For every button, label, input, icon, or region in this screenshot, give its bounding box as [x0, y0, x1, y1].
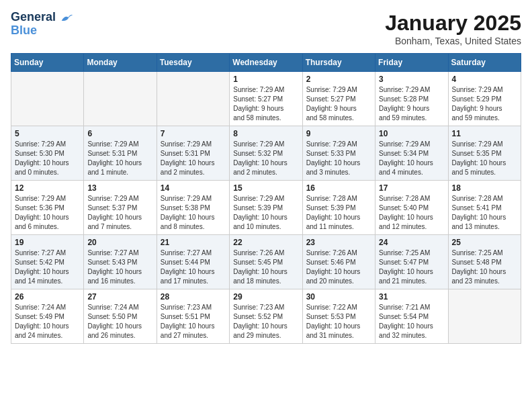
page-header: General Blue January 2025 Bonham, Texas,… — [11, 11, 521, 46]
calendar-cell: 9Sunrise: 7:29 AM Sunset: 5:33 PM Daylig… — [302, 126, 375, 181]
day-number: 10 — [379, 129, 444, 138]
calendar-cell: 30Sunrise: 7:22 AM Sunset: 5:53 PM Dayli… — [302, 289, 375, 344]
calendar-cell: 31Sunrise: 7:21 AM Sunset: 5:54 PM Dayli… — [375, 289, 448, 344]
day-info: Sunrise: 7:29 AM Sunset: 5:30 PM Dayligh… — [15, 140, 80, 177]
calendar-cell: 15Sunrise: 7:29 AM Sunset: 5:39 PM Dayli… — [230, 181, 302, 235]
calendar-week-row: 1Sunrise: 7:29 AM Sunset: 5:27 PM Daylig… — [11, 72, 521, 126]
calendar-cell: 6Sunrise: 7:29 AM Sunset: 5:31 PM Daylig… — [84, 126, 157, 181]
calendar-cell: 22Sunrise: 7:26 AM Sunset: 5:45 PM Dayli… — [230, 235, 302, 289]
day-number: 31 — [379, 292, 444, 302]
calendar-cell: 25Sunrise: 7:25 AM Sunset: 5:48 PM Dayli… — [448, 235, 521, 289]
calendar-cell: 1Sunrise: 7:29 AM Sunset: 5:27 PM Daylig… — [230, 72, 302, 126]
header-saturday: Saturday — [448, 54, 521, 72]
day-number: 6 — [87, 129, 152, 138]
day-info: Sunrise: 7:23 AM Sunset: 5:51 PM Dayligh… — [161, 303, 226, 340]
day-info: Sunrise: 7:23 AM Sunset: 5:52 PM Dayligh… — [233, 303, 298, 340]
day-info: Sunrise: 7:26 AM Sunset: 5:46 PM Dayligh… — [306, 248, 371, 286]
day-number: 2 — [306, 75, 371, 84]
calendar-cell: 26Sunrise: 7:24 AM Sunset: 5:49 PM Dayli… — [11, 289, 84, 344]
day-info: Sunrise: 7:29 AM Sunset: 5:28 PM Dayligh… — [379, 85, 444, 123]
calendar-cell: 2Sunrise: 7:29 AM Sunset: 5:27 PM Daylig… — [302, 72, 375, 126]
day-info: Sunrise: 7:29 AM Sunset: 5:32 PM Dayligh… — [233, 140, 298, 177]
calendar-cell: 28Sunrise: 7:23 AM Sunset: 5:51 PM Dayli… — [157, 289, 229, 344]
calendar-cell: 20Sunrise: 7:27 AM Sunset: 5:43 PM Dayli… — [84, 235, 157, 289]
calendar-cell: 11Sunrise: 7:29 AM Sunset: 5:35 PM Dayli… — [448, 126, 521, 181]
day-info: Sunrise: 7:28 AM Sunset: 5:41 PM Dayligh… — [452, 194, 517, 232]
calendar-cell: 3Sunrise: 7:29 AM Sunset: 5:28 PM Daylig… — [375, 72, 448, 126]
day-info: Sunrise: 7:24 AM Sunset: 5:50 PM Dayligh… — [87, 303, 152, 340]
calendar-cell: 19Sunrise: 7:27 AM Sunset: 5:42 PM Dayli… — [11, 235, 84, 289]
day-number: 5 — [15, 129, 80, 138]
day-info: Sunrise: 7:25 AM Sunset: 5:47 PM Dayligh… — [379, 248, 444, 286]
day-info: Sunrise: 7:29 AM Sunset: 5:35 PM Dayligh… — [452, 140, 517, 177]
calendar-cell: 12Sunrise: 7:29 AM Sunset: 5:36 PM Dayli… — [11, 181, 84, 235]
calendar-cell: 8Sunrise: 7:29 AM Sunset: 5:32 PM Daylig… — [230, 126, 302, 181]
day-number: 15 — [233, 183, 298, 193]
title-section: January 2025 Bonham, Texas, United State… — [385, 11, 521, 46]
calendar-cell: 18Sunrise: 7:28 AM Sunset: 5:41 PM Dayli… — [448, 181, 521, 235]
header-monday: Monday — [84, 54, 157, 72]
day-number: 11 — [452, 129, 517, 138]
calendar-cell: 13Sunrise: 7:29 AM Sunset: 5:37 PM Dayli… — [84, 181, 157, 235]
day-info: Sunrise: 7:27 AM Sunset: 5:43 PM Dayligh… — [87, 248, 152, 286]
day-number: 29 — [233, 292, 298, 302]
day-number: 7 — [161, 129, 226, 138]
calendar-cell: 10Sunrise: 7:29 AM Sunset: 5:34 PM Dayli… — [375, 126, 448, 181]
day-info: Sunrise: 7:29 AM Sunset: 5:27 PM Dayligh… — [233, 85, 298, 123]
day-number: 8 — [233, 129, 298, 138]
day-number: 3 — [379, 75, 444, 84]
calendar-week-row: 26Sunrise: 7:24 AM Sunset: 5:49 PM Dayli… — [11, 289, 521, 344]
calendar-cell: 16Sunrise: 7:28 AM Sunset: 5:39 PM Dayli… — [302, 181, 375, 235]
header-tuesday: Tuesday — [157, 54, 229, 72]
day-info: Sunrise: 7:25 AM Sunset: 5:48 PM Dayligh… — [452, 248, 517, 286]
day-info: Sunrise: 7:29 AM Sunset: 5:34 PM Dayligh… — [379, 140, 444, 177]
day-number: 18 — [452, 183, 517, 193]
day-number: 30 — [306, 292, 371, 302]
header-wednesday: Wednesday — [230, 54, 302, 72]
calendar-week-row: 12Sunrise: 7:29 AM Sunset: 5:36 PM Dayli… — [11, 181, 521, 235]
day-number: 27 — [87, 292, 152, 302]
calendar-table: SundayMondayTuesdayWednesdayThursdayFrid… — [11, 53, 521, 344]
day-info: Sunrise: 7:22 AM Sunset: 5:53 PM Dayligh… — [306, 303, 371, 340]
calendar-cell: 21Sunrise: 7:27 AM Sunset: 5:44 PM Dayli… — [157, 235, 229, 289]
calendar-cell — [84, 72, 157, 126]
calendar-cell: 17Sunrise: 7:28 AM Sunset: 5:40 PM Dayli… — [375, 181, 448, 235]
day-number: 13 — [87, 183, 152, 193]
header-sunday: Sunday — [11, 54, 84, 72]
day-info: Sunrise: 7:29 AM Sunset: 5:38 PM Dayligh… — [161, 194, 226, 232]
calendar-cell: 5Sunrise: 7:29 AM Sunset: 5:30 PM Daylig… — [11, 126, 84, 181]
header-friday: Friday — [375, 54, 448, 72]
logo-text: General — [11, 11, 74, 24]
day-info: Sunrise: 7:29 AM Sunset: 5:31 PM Dayligh… — [161, 140, 226, 177]
day-number: 24 — [379, 238, 444, 247]
day-number: 28 — [161, 292, 226, 302]
day-info: Sunrise: 7:24 AM Sunset: 5:49 PM Dayligh… — [15, 303, 80, 340]
day-number: 4 — [452, 75, 517, 84]
day-info: Sunrise: 7:26 AM Sunset: 5:45 PM Dayligh… — [233, 248, 298, 286]
logo-bird-icon — [60, 13, 74, 23]
calendar-week-row: 5Sunrise: 7:29 AM Sunset: 5:30 PM Daylig… — [11, 126, 521, 181]
day-info: Sunrise: 7:28 AM Sunset: 5:39 PM Dayligh… — [306, 194, 371, 232]
day-info: Sunrise: 7:29 AM Sunset: 5:39 PM Dayligh… — [233, 194, 298, 232]
logo-line2: Blue — [11, 24, 37, 38]
header-thursday: Thursday — [302, 54, 375, 72]
calendar-cell: 24Sunrise: 7:25 AM Sunset: 5:47 PM Dayli… — [375, 235, 448, 289]
calendar-week-row: 19Sunrise: 7:27 AM Sunset: 5:42 PM Dayli… — [11, 235, 521, 289]
day-number: 19 — [15, 238, 80, 247]
day-number: 17 — [379, 183, 444, 193]
logo: General Blue — [11, 11, 74, 38]
day-number: 1 — [233, 75, 298, 84]
calendar-cell: 29Sunrise: 7:23 AM Sunset: 5:52 PM Dayli… — [230, 289, 302, 344]
day-info: Sunrise: 7:29 AM Sunset: 5:29 PM Dayligh… — [452, 85, 517, 123]
calendar-cell: 23Sunrise: 7:26 AM Sunset: 5:46 PM Dayli… — [302, 235, 375, 289]
calendar-cell: 4Sunrise: 7:29 AM Sunset: 5:29 PM Daylig… — [448, 72, 521, 126]
calendar-cell — [448, 289, 521, 344]
day-info: Sunrise: 7:29 AM Sunset: 5:31 PM Dayligh… — [87, 140, 152, 177]
day-number: 25 — [452, 238, 517, 247]
day-info: Sunrise: 7:27 AM Sunset: 5:44 PM Dayligh… — [161, 248, 226, 286]
day-info: Sunrise: 7:27 AM Sunset: 5:42 PM Dayligh… — [15, 248, 80, 286]
day-number: 12 — [15, 183, 80, 193]
calendar-cell — [11, 72, 84, 126]
month-title: January 2025 — [385, 11, 521, 36]
calendar-cell: 7Sunrise: 7:29 AM Sunset: 5:31 PM Daylig… — [157, 126, 229, 181]
